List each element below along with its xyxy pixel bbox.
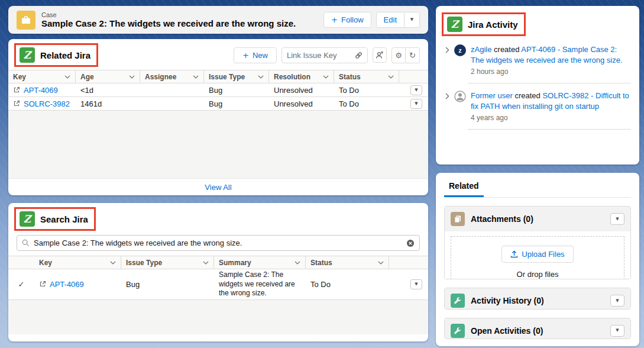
actor-link[interactable]: zAgile bbox=[471, 45, 491, 54]
zagile-z-glyph: Z bbox=[451, 18, 458, 30]
status-cell: To Do bbox=[334, 99, 399, 108]
column-header-resolution[interactable]: Resolution bbox=[269, 70, 334, 83]
link-issue-key-field[interactable] bbox=[281, 47, 368, 63]
chevron-down-icon: ▼ bbox=[415, 282, 418, 286]
plus-icon: + bbox=[331, 15, 338, 24]
table-row: ✓ APT-4069 Bug Sample Case 2: The widget… bbox=[8, 269, 428, 300]
tab-related[interactable]: Related bbox=[444, 180, 484, 197]
column-header-summary[interactable]: Summary bbox=[214, 256, 306, 269]
user-arrow-icon bbox=[376, 51, 384, 59]
column-header-actions bbox=[389, 256, 428, 269]
issue-key-link[interactable]: APT-4069 bbox=[24, 86, 58, 95]
annotation-box: Z Search Jira bbox=[14, 207, 96, 231]
action-text: created bbox=[494, 45, 519, 54]
search-table-header: Key Issue Type Summary Status bbox=[8, 256, 428, 269]
file-dropzone[interactable]: Upload Files Or drop files bbox=[451, 236, 624, 279]
plus-icon: + bbox=[242, 51, 249, 60]
related-jira-table-header: Key Age Assignee Issue Type Resolution S… bbox=[8, 70, 428, 83]
attachments-section: Attachments (0) ▼ Upload Files Or drop f… bbox=[444, 206, 631, 279]
upload-icon bbox=[510, 250, 518, 258]
age-cell: <1d bbox=[76, 86, 140, 95]
entity-label: Case bbox=[41, 11, 323, 18]
link-issue-key-input[interactable] bbox=[287, 51, 355, 60]
collapse-activity-history-button[interactable]: ▼ bbox=[610, 295, 624, 307]
chevron-right-icon[interactable] bbox=[445, 93, 449, 99]
column-header-issue-type[interactable]: Issue Type bbox=[121, 256, 214, 269]
column-header-assignee[interactable]: Assignee bbox=[140, 70, 204, 83]
column-label: Status bbox=[310, 259, 332, 267]
change-owner-button[interactable] bbox=[373, 47, 387, 63]
open-activities-section: Open Activities (0) ▼ bbox=[444, 318, 631, 339]
edit-label: Edit bbox=[384, 15, 397, 24]
issue-key-link[interactable]: SOLRC-3982 bbox=[24, 99, 70, 108]
column-label: Assignee bbox=[145, 73, 176, 81]
follow-label: Follow bbox=[341, 15, 364, 24]
search-field[interactable] bbox=[17, 235, 420, 251]
collapse-attachments-button[interactable]: ▼ bbox=[610, 213, 624, 225]
zagile-icon: Z bbox=[20, 47, 35, 63]
issue-type-cell: Bug bbox=[121, 279, 214, 290]
attachments-title: Attachments (0) bbox=[471, 214, 533, 224]
chevron-down-icon: ▼ bbox=[616, 299, 619, 303]
drop-files-label: Or drop files bbox=[451, 270, 624, 279]
chevron-right-icon[interactable] bbox=[445, 47, 449, 53]
edit-dropdown-button[interactable]: ▼ bbox=[404, 12, 420, 28]
new-button[interactable]: + New bbox=[234, 47, 277, 63]
table-row: SOLRC-3982 1461d Bug Unresolved To Do ▼ bbox=[8, 97, 428, 111]
zagile-icon: Z bbox=[20, 211, 35, 227]
column-label: Status bbox=[339, 73, 361, 81]
issue-key-link[interactable]: APT-4069 bbox=[50, 280, 84, 289]
case-header-card: Case Sample Case 2: The widgets we recei… bbox=[8, 6, 428, 34]
attachments-header: Attachments (0) ▼ bbox=[445, 207, 630, 231]
issue-type-cell: Bug bbox=[204, 99, 269, 108]
chevron-down-icon bbox=[64, 75, 70, 79]
row-actions-button[interactable]: ▼ bbox=[410, 279, 422, 289]
selected-check-icon[interactable]: ✓ bbox=[18, 280, 25, 289]
external-link-icon bbox=[13, 86, 20, 94]
timestamp: 4 years ago bbox=[471, 114, 631, 122]
upload-files-button[interactable]: Upload Files bbox=[501, 246, 573, 263]
page-title: Sample Case 2: The widgets we received a… bbox=[41, 18, 323, 28]
actor-link[interactable]: Former user bbox=[471, 91, 513, 100]
empty-table-area bbox=[8, 111, 428, 178]
column-header-issue-type[interactable]: Issue Type bbox=[204, 70, 269, 83]
activity-item: z zAgile created APT-4069 - Sample Case … bbox=[444, 42, 631, 80]
gear-icon: ⚙ bbox=[395, 51, 402, 60]
chevron-down-icon bbox=[258, 75, 264, 79]
view-all-link[interactable]: View All bbox=[205, 183, 231, 192]
search-jira-card: Z Search Jira Key Issue Type Summ bbox=[8, 203, 428, 341]
column-header-age[interactable]: Age bbox=[76, 70, 140, 83]
column-header-key[interactable]: Key bbox=[8, 70, 76, 83]
divider bbox=[468, 83, 631, 83]
activity-history-header: Activity History (0) ▼ bbox=[445, 288, 630, 309]
wrench-glyph bbox=[454, 297, 462, 305]
edit-button[interactable]: Edit bbox=[376, 12, 404, 28]
chevron-down-icon bbox=[295, 261, 300, 265]
annotation-box: Z Jira Activity bbox=[442, 12, 526, 36]
collapse-open-activities-button[interactable]: ▼ bbox=[610, 325, 624, 337]
column-header-status[interactable]: Status bbox=[306, 256, 389, 269]
chevron-down-icon: ▼ bbox=[415, 102, 418, 106]
issue-type-cell: Bug bbox=[204, 86, 269, 95]
related-jira-card: Z Related Jira + New bbox=[8, 39, 428, 195]
column-header-key[interactable]: Key bbox=[34, 256, 121, 269]
chevron-down-icon bbox=[129, 75, 135, 79]
search-input[interactable] bbox=[34, 239, 402, 247]
follow-button[interactable]: + Follow bbox=[323, 12, 371, 28]
refresh-button[interactable]: ↻ bbox=[406, 47, 420, 63]
status-cell: To Do bbox=[334, 86, 399, 95]
search-jira-title: Search Jira bbox=[40, 214, 88, 224]
action-text: created bbox=[514, 91, 540, 100]
clear-search-icon[interactable] bbox=[406, 239, 415, 247]
column-header-status[interactable]: Status bbox=[334, 70, 399, 83]
chevron-down-icon: ▼ bbox=[410, 18, 413, 22]
activity-history-title: Activity History (0) bbox=[471, 296, 544, 305]
row-actions-button[interactable]: ▼ bbox=[410, 99, 422, 109]
column-label: Age bbox=[80, 73, 94, 81]
column-label: Resolution bbox=[274, 73, 310, 81]
pages-icon bbox=[454, 215, 462, 223]
row-actions-button[interactable]: ▼ bbox=[410, 85, 422, 95]
settings-button[interactable]: ⚙ bbox=[391, 47, 406, 63]
activity-item: Former user created SOLRC-3982 - Difficu… bbox=[444, 88, 631, 127]
wrench-icon bbox=[451, 294, 465, 308]
